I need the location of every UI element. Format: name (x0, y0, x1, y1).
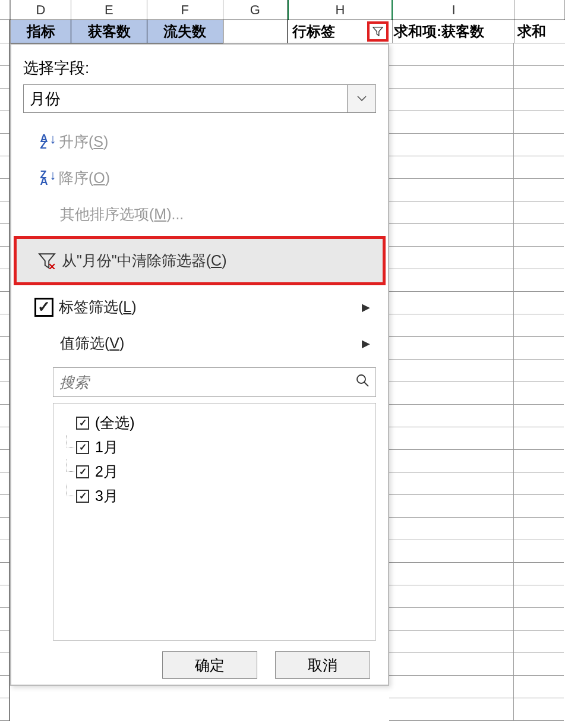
table-cell[interactable] (514, 337, 564, 359)
table-cell[interactable] (389, 179, 514, 201)
table-cell[interactable] (389, 89, 514, 111)
table-cell[interactable] (389, 427, 514, 449)
table-cell[interactable] (389, 134, 514, 156)
table-cell[interactable] (514, 427, 564, 449)
table-cell[interactable] (389, 156, 514, 178)
checkbox-icon[interactable]: ✓ (76, 417, 89, 430)
col-header-D[interactable]: D (10, 0, 71, 20)
table-cell[interactable] (514, 247, 564, 269)
header-cell-D[interactable]: 指标 (10, 20, 71, 43)
table-cell[interactable] (514, 314, 564, 336)
tree-select-all[interactable]: ✓ (全选) (61, 411, 368, 435)
col-header-H[interactable]: H (288, 0, 393, 20)
label-filter-item[interactable]: ✓ 标签筛选(L) ▶ (11, 289, 388, 325)
svg-line-1 (364, 382, 368, 386)
table-cell[interactable] (514, 382, 564, 404)
table-cell[interactable] (389, 292, 514, 314)
table-cell[interactable] (514, 156, 564, 178)
table-cell[interactable] (389, 66, 514, 88)
table-cell[interactable] (389, 563, 514, 585)
table-cell[interactable] (514, 585, 564, 607)
table-cell[interactable] (389, 518, 514, 540)
table-cell[interactable] (389, 608, 514, 630)
sort-ascending-item[interactable]: AZ 升序(S) (11, 124, 388, 160)
ok-button[interactable]: 确定 (162, 651, 257, 679)
pivot-value-header-1[interactable]: 求和项:获客数 (393, 20, 515, 43)
table-cell[interactable] (514, 269, 564, 291)
table-cell[interactable] (389, 337, 514, 359)
checkbox-icon[interactable]: ✓ (76, 465, 89, 478)
table-cell[interactable] (389, 382, 514, 404)
table-cell[interactable] (389, 698, 514, 720)
table-cell[interactable] (389, 224, 514, 246)
table-cell[interactable] (514, 43, 564, 65)
sort-desc-icon: ZA (29, 172, 59, 185)
table-cell[interactable] (514, 201, 564, 223)
tree-item-2[interactable]: ✓ 2月 (61, 459, 368, 484)
table-cell[interactable] (514, 472, 564, 494)
table-cell[interactable] (389, 676, 514, 698)
table-cell[interactable] (514, 698, 564, 720)
col-header-J[interactable] (515, 0, 565, 20)
table-cell[interactable] (514, 224, 564, 246)
table-cell[interactable] (514, 179, 564, 201)
cancel-button[interactable]: 取消 (275, 651, 370, 679)
pivot-row-label-cell[interactable]: 行标签 (288, 20, 393, 43)
clear-filter-item[interactable]: 从"月份"中清除筛选器(C) (14, 236, 386, 285)
table-cell[interactable] (389, 43, 514, 65)
table-cell[interactable] (389, 314, 514, 336)
table-cell[interactable] (389, 360, 514, 382)
table-cell[interactable] (389, 495, 514, 517)
row-stub-column (0, 43, 10, 721)
table-cell[interactable] (389, 405, 514, 427)
select-field-label: 选择字段: (11, 45, 388, 84)
filter-icon (373, 20, 383, 43)
table-cell[interactable] (514, 495, 564, 517)
search-box[interactable] (53, 367, 376, 397)
table-cell[interactable] (514, 292, 564, 314)
search-input[interactable] (59, 374, 355, 391)
table-cell[interactable] (514, 631, 564, 653)
value-filter-item[interactable]: 值筛选(V) ▶ (11, 325, 388, 361)
table-cell[interactable] (514, 450, 564, 472)
table-cell[interactable] (389, 631, 514, 653)
checkbox-icon[interactable]: ✓ (76, 441, 89, 454)
filter-dropdown-button[interactable] (367, 21, 389, 42)
table-cell[interactable] (389, 472, 514, 494)
table-cell[interactable] (389, 201, 514, 223)
table-cell[interactable] (389, 540, 514, 562)
pivot-value-header-2[interactable]: 求和 (515, 20, 565, 43)
table-cell[interactable] (514, 111, 564, 133)
table-cell[interactable] (389, 450, 514, 472)
table-cell[interactable] (514, 518, 564, 540)
table-cell[interactable] (514, 608, 564, 630)
tree-item-1[interactable]: ✓ 1月 (61, 435, 368, 459)
table-cell[interactable] (389, 653, 514, 675)
sort-descending-item[interactable]: ZA 降序(O) (11, 160, 388, 196)
table-cell[interactable] (514, 540, 564, 562)
header-cell-F[interactable]: 流失数 (147, 20, 223, 43)
field-select[interactable]: 月份 (23, 84, 376, 113)
header-cell-E[interactable]: 获客数 (71, 20, 147, 43)
more-sort-options-item[interactable]: 其他排序选项(M)... (11, 196, 388, 232)
table-cell[interactable] (514, 405, 564, 427)
table-cell[interactable] (514, 676, 564, 698)
table-cell[interactable] (389, 111, 514, 133)
table-cell[interactable] (389, 585, 514, 607)
header-cell-G[interactable] (223, 20, 288, 43)
col-header-F[interactable]: F (147, 0, 223, 20)
table-cell[interactable] (514, 89, 564, 111)
col-header-I[interactable]: I (393, 0, 516, 20)
table-cell[interactable] (389, 269, 514, 291)
col-header-E[interactable]: E (71, 0, 147, 20)
table-cell[interactable] (514, 653, 564, 675)
col-header-G[interactable]: G (223, 0, 288, 20)
table-cell[interactable] (389, 247, 514, 269)
table-cell[interactable] (514, 563, 564, 585)
table-cell[interactable] (514, 134, 564, 156)
pivot-grid-area (389, 43, 564, 721)
table-cell[interactable] (514, 66, 564, 88)
table-cell[interactable] (514, 360, 564, 382)
tree-item-3[interactable]: ✓ 3月 (61, 484, 368, 508)
checkbox-icon[interactable]: ✓ (76, 490, 89, 503)
